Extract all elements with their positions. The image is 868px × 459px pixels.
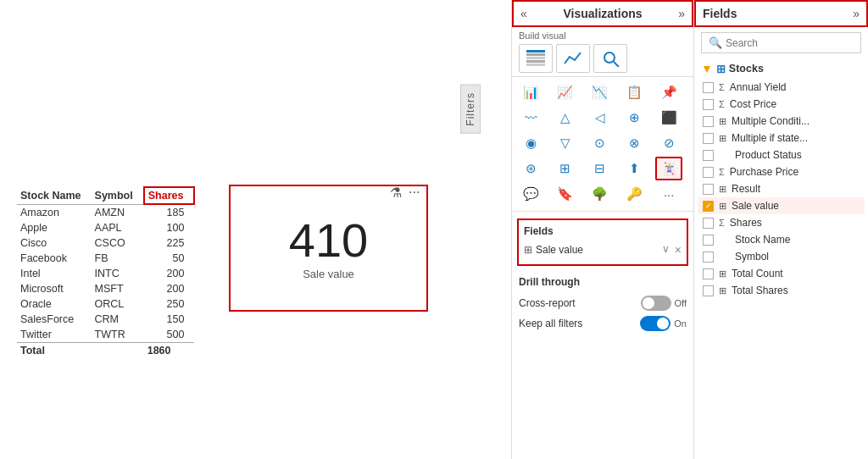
field-item[interactable]: ⊞ Multiple if state... — [698, 130, 865, 147]
gauge-icon[interactable]: ⊗ — [620, 131, 648, 155]
stock-shares-cell: 185 — [144, 204, 195, 220]
field-item[interactable]: Σ Shares — [698, 214, 865, 231]
stocks-group-header[interactable]: ▼ ⊞ Stocks — [698, 58, 865, 79]
field-item[interactable]: ⊞ Total Count — [698, 265, 865, 282]
stock-shares-cell: 225 — [144, 235, 195, 251]
field-item-label: Result — [732, 183, 760, 195]
build-visual-label: Build visual — [512, 27, 693, 42]
field-item[interactable]: Stock Name — [698, 231, 865, 248]
sigma-icon: Σ — [719, 167, 725, 177]
shape-map-icon[interactable]: ⊛ — [517, 157, 544, 180]
svg-line-6 — [614, 62, 619, 67]
filter-icon[interactable]: ▽ — [552, 131, 579, 155]
field-checkbox[interactable] — [703, 285, 714, 296]
viz-expand-right[interactable]: » — [678, 7, 685, 20]
field-checkbox[interactable] — [703, 235, 714, 246]
decomp-tree-icon[interactable]: 🌳 — [587, 182, 614, 206]
stock-symbol-cell: CRM — [92, 312, 144, 327]
filters-tab[interactable]: Filters — [460, 85, 481, 134]
field-checkbox[interactable] — [703, 268, 714, 279]
field-item[interactable]: ⊞ Sale value — [698, 197, 865, 214]
stock-name-cell: Cisco — [17, 235, 92, 251]
stock-shares-cell: 250 — [144, 296, 195, 312]
smart-narrative-icon[interactable]: 🔖 — [552, 182, 579, 206]
donut-icon[interactable]: ⊙ — [587, 131, 614, 155]
more-icon[interactable]: ··· — [655, 182, 682, 206]
card-visual[interactable]: 410 Sale value — [229, 185, 428, 312]
field-checkbox[interactable] — [703, 99, 714, 110]
sigma-icon: Σ — [719, 218, 725, 228]
clustered-col-icon[interactable]: 📋 — [620, 80, 648, 104]
waterfall-icon[interactable]: ⬛ — [655, 106, 682, 130]
stock-symbol-cell: TWTR — [92, 327, 144, 343]
more-options-icon[interactable]: ··· — [409, 185, 420, 201]
field-checkbox[interactable] — [703, 167, 714, 178]
cross-report-toggle[interactable] — [641, 296, 671, 311]
field-item-label: Shares — [730, 217, 762, 229]
field-checkbox[interactable] — [703, 218, 714, 229]
table-icon[interactable]: ⊞ — [552, 157, 579, 180]
line-icon[interactable]: 〰 — [517, 106, 544, 130]
field-item[interactable]: ⊞ Result — [698, 180, 865, 197]
fields-search-box[interactable]: 🔍 — [701, 32, 861, 53]
ribbon-icon[interactable]: ◁ — [587, 106, 614, 130]
search-input[interactable] — [726, 37, 854, 49]
drill-title: Drill through — [519, 276, 687, 288]
filled-map-icon[interactable]: ⊘ — [655, 131, 682, 155]
stock-name-cell: Amazon — [17, 204, 92, 220]
stock-symbol-cell: ORCL — [92, 296, 144, 312]
key-influencer-icon[interactable]: 🔑 — [620, 182, 648, 206]
report-canvas: Stock Name Symbol Shares Amazon AMZN 185… — [0, 0, 512, 459]
field-checkbox[interactable] — [703, 150, 714, 161]
kpi-icon[interactable]: ⬆ — [620, 157, 648, 180]
area-icon[interactable]: △ — [552, 106, 579, 130]
col-header-symbol: Symbol — [92, 187, 144, 204]
table-viz-icon[interactable] — [519, 44, 553, 73]
stock-name-cell: SalesForce — [17, 312, 92, 327]
viz-icon-grid: 📊📈📉📋📌〰△◁⊕⬛◉▽⊙⊗⊘⊛⊞⊟⬆🃏💬🔖🌳🔑··· — [512, 77, 693, 209]
field-checkbox[interactable] — [703, 133, 714, 144]
qa-icon[interactable]: 💬 — [517, 182, 544, 206]
svg-rect-2 — [526, 57, 545, 59]
line-viz-icon[interactable] — [556, 44, 590, 73]
filter-icon[interactable]: ⚗ — [390, 185, 402, 201]
field-chevron-icon[interactable]: ∨ — [662, 243, 670, 257]
matrix-icon[interactable]: ⊟ — [587, 157, 614, 180]
field-item[interactable]: Product Status — [698, 147, 865, 163]
table-row: Cisco CSCO 225 — [17, 235, 194, 251]
svg-rect-3 — [526, 60, 545, 63]
stacked-bar-icon[interactable]: 📈 — [552, 80, 579, 104]
field-remove-icon[interactable]: × — [675, 243, 682, 257]
field-item[interactable]: Σ Purchase Price — [698, 163, 865, 180]
clustered-bar-icon[interactable]: 📊 — [517, 80, 544, 104]
field-item[interactable]: Symbol — [698, 248, 865, 265]
stock-name-cell: Intel — [17, 266, 92, 281]
stock-name-cell: Oracle — [17, 296, 92, 312]
field-item[interactable]: Σ Annual Yield — [698, 79, 865, 96]
field-checkbox[interactable] — [703, 82, 714, 93]
100pct-bar-icon[interactable]: 📉 — [587, 80, 614, 104]
field-table-icon: ⊞ — [524, 244, 532, 256]
pie-icon[interactable]: ◉ — [517, 131, 544, 155]
fields-expand-right[interactable]: » — [853, 7, 860, 20]
card-icon[interactable]: 🃏 — [655, 157, 682, 180]
field-checkbox[interactable] — [703, 201, 714, 212]
field-checkbox[interactable] — [703, 116, 714, 127]
svg-rect-1 — [526, 53, 545, 56]
search-viz-icon[interactable] — [593, 44, 627, 73]
field-item-label: Symbol — [735, 251, 769, 263]
field-item[interactable]: ⊞ Total Shares — [698, 282, 865, 299]
sale-value-field-label: Sale value — [536, 244, 583, 256]
svg-point-5 — [604, 53, 615, 63]
keep-filters-toggle[interactable] — [640, 316, 670, 331]
scatter-icon[interactable]: ⊕ — [620, 106, 648, 130]
field-checkbox[interactable] — [703, 252, 714, 263]
field-item-label: Multiple if state... — [732, 132, 808, 144]
field-checkbox[interactable] — [703, 184, 714, 195]
stacked-col-icon[interactable]: 📌 — [655, 80, 682, 104]
table-row: Intel INTC 200 — [17, 266, 194, 281]
field-item[interactable]: ⊞ Multiple Conditi... — [698, 113, 865, 130]
viz-collapse-left[interactable]: « — [520, 7, 527, 20]
stock-shares-cell: 50 — [144, 251, 195, 266]
field-item[interactable]: Σ Cost Price — [698, 96, 865, 113]
